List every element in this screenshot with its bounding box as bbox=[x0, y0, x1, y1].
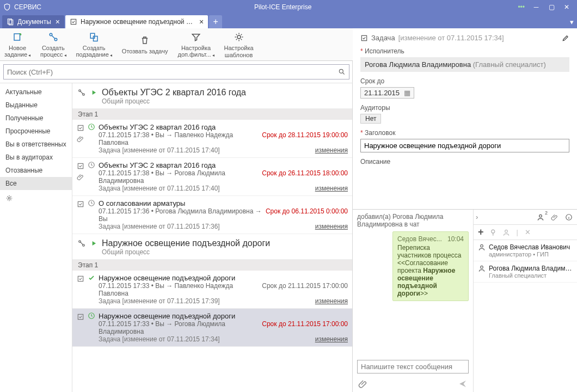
new-subtask-icon bbox=[88, 30, 101, 44]
tab-label: Документы bbox=[17, 18, 51, 26]
attach-icon[interactable] bbox=[358, 379, 368, 389]
changes-link[interactable]: изменения bbox=[315, 146, 348, 154]
sidebar-item-received[interactable]: Полученные bbox=[0, 112, 72, 125]
revoke-task-button[interactable]: Отозвать задачу bbox=[122, 34, 168, 54]
trash-icon bbox=[138, 34, 151, 47]
svg-point-11 bbox=[8, 197, 10, 199]
tab-strip: Документы × Наружное освещение подъездно… bbox=[0, 14, 577, 28]
status-icon bbox=[88, 123, 95, 154]
process-header[interactable]: Объекты УГЭС 2 квартал 2016 годаОбщий пр… bbox=[72, 83, 352, 109]
search-icon[interactable] bbox=[338, 68, 346, 76]
check-icon bbox=[77, 275, 84, 283]
connection-status-icon: ••• bbox=[518, 3, 525, 11]
tab-overflow-button[interactable]: ▾ bbox=[566, 15, 577, 28]
sidebar-item-auditor[interactable]: Вы в аудиторах bbox=[0, 151, 72, 164]
due-date-picker[interactable]: 21.11.2015 ▦ bbox=[360, 87, 414, 99]
sidebar-item-revoked[interactable]: Отозванные bbox=[0, 164, 72, 177]
task-row[interactable]: О согласовании арматуры07.11.2015 17:36 … bbox=[72, 196, 352, 234]
changes-link[interactable]: изменения bbox=[315, 223, 348, 230]
process-header[interactable]: Наружное освещение подъездной дорогиОбщи… bbox=[72, 234, 352, 260]
task-type-line: Задача [изменение от 07.11.2015 17:40] bbox=[99, 185, 220, 192]
maximize-button[interactable]: ▢ bbox=[544, 2, 558, 13]
documents-icon bbox=[7, 18, 14, 26]
calendar-icon: ▦ bbox=[404, 89, 410, 97]
minimize-button[interactable]: ─ bbox=[529, 2, 543, 13]
participant-role: Главный специалист bbox=[489, 272, 573, 279]
edit-icon[interactable] bbox=[562, 34, 569, 42]
task-title: Объекты УГЭС 2 квартал 2016 года bbox=[99, 161, 348, 169]
assignee-label: Исполнитель bbox=[360, 47, 569, 55]
task-list[interactable]: Объекты УГЭС 2 квартал 2016 годаОбщий пр… bbox=[72, 83, 352, 392]
svg-text:+: + bbox=[20, 32, 22, 37]
add-participant-icon[interactable]: + bbox=[478, 226, 484, 238]
chat-messages[interactable]: добавил(а) Рогова Людмила Владимировна в… bbox=[353, 210, 473, 357]
task-icon bbox=[360, 34, 368, 42]
play-icon bbox=[90, 240, 97, 247]
svg-point-26 bbox=[539, 215, 542, 217]
status-icon bbox=[88, 274, 95, 305]
task-deadline: Срок до 06.11.2015 0:00:00 bbox=[266, 207, 348, 223]
tab-task[interactable]: Наружное освещение подъездной дор... × bbox=[65, 15, 208, 28]
extra-filter-button[interactable]: Настройка доп.фильт...◂ bbox=[177, 30, 214, 58]
task-deadline: Срок до 28.11.2015 19:00:00 bbox=[262, 131, 348, 146]
play-icon bbox=[90, 89, 97, 96]
task-type-line: Задача [изменение от 07.11.2015 17:40] bbox=[99, 146, 220, 154]
expand-icon[interactable]: › bbox=[476, 213, 478, 221]
add-tab-button[interactable]: + bbox=[209, 15, 222, 28]
task-row[interactable]: Наружное освещение подъездной дороги07.1… bbox=[72, 309, 352, 347]
search-input[interactable] bbox=[7, 68, 338, 76]
process-title: Объекты УГЭС 2 квартал 2016 года bbox=[102, 88, 246, 97]
task-row[interactable]: Объекты УГЭС 2 квартал 2016 года07.11.20… bbox=[72, 158, 352, 196]
participant-row[interactable]: Седов Вячеслав Ивановичадминистратор • Г… bbox=[474, 240, 577, 261]
check-icon bbox=[77, 313, 84, 321]
user-icon bbox=[478, 243, 486, 258]
sidebar-item-overdue[interactable]: Просроченные bbox=[0, 125, 72, 138]
svg-point-29 bbox=[481, 244, 483, 247]
svg-point-10 bbox=[339, 69, 343, 73]
menu-service[interactable]: СЕРВИС bbox=[14, 3, 41, 11]
task-row[interactable]: Объекты УГЭС 2 квартал 2016 года07.11.20… bbox=[72, 120, 352, 158]
changes-link[interactable]: изменения bbox=[315, 185, 348, 192]
new-task-icon: + bbox=[11, 30, 24, 44]
send-icon[interactable] bbox=[458, 379, 468, 389]
participants-icon[interactable]: 2 bbox=[537, 213, 544, 221]
auditors-value[interactable]: Нет bbox=[360, 114, 381, 124]
participant-name: Рогова Людмила Владимиров bbox=[489, 265, 573, 272]
delete-participant-icon[interactable]: ✕ bbox=[525, 228, 531, 236]
info-icon[interactable] bbox=[565, 213, 573, 221]
title-input[interactable] bbox=[360, 139, 569, 152]
participant-row[interactable]: Рогова Людмила ВладимировГлавный специал… bbox=[474, 261, 577, 283]
task-title: О согласовании арматуры bbox=[99, 199, 348, 207]
status-icon bbox=[88, 312, 95, 343]
sidebar-settings-button[interactable] bbox=[0, 190, 72, 206]
close-icon[interactable]: × bbox=[56, 17, 60, 26]
svg-rect-2 bbox=[71, 19, 76, 24]
close-button[interactable]: ✕ bbox=[560, 2, 574, 13]
svg-rect-3 bbox=[14, 34, 20, 40]
chat-input[interactable] bbox=[357, 360, 469, 373]
process-title: Наружное освещение подъездной дороги bbox=[102, 238, 270, 248]
changes-link[interactable]: изменения bbox=[315, 297, 348, 305]
sidebar-item-responsible[interactable]: Вы в ответственных bbox=[0, 138, 72, 151]
due-label: Срок до bbox=[360, 77, 569, 85]
stage-header: Этап 1 bbox=[72, 109, 352, 120]
link-participant-icon[interactable]: ⚲ bbox=[490, 228, 496, 236]
new-subtask-button[interactable]: Создать подзадание◂ bbox=[76, 30, 112, 58]
task-meta: 07.11.2015 17:36 • Рогова Людмила Владим… bbox=[99, 207, 266, 223]
templates-button[interactable]: Настройка шаблонов bbox=[224, 30, 254, 58]
task-row[interactable]: Наружное освещение подъездной дороги07.1… bbox=[72, 271, 352, 309]
detail-change-ts: [изменение от 07.11.2015 17:34] bbox=[398, 34, 504, 42]
task-meta: 07.11.2015 17:38 • Вы → Павленко Надежда… bbox=[99, 131, 262, 146]
tab-documents[interactable]: Документы × bbox=[2, 15, 64, 28]
sidebar-item-actual[interactable]: Актуальные bbox=[0, 85, 72, 99]
new-task-button[interactable]: + Новое задание◂ bbox=[4, 30, 30, 58]
stage-header: Этап 1 bbox=[72, 260, 352, 271]
attach-list-icon[interactable] bbox=[551, 213, 558, 221]
svg-point-28 bbox=[505, 230, 507, 232]
sidebar-item-issued[interactable]: Выданные bbox=[0, 99, 72, 112]
remove-participant-icon[interactable] bbox=[502, 229, 510, 236]
close-icon[interactable]: × bbox=[199, 17, 204, 26]
new-process-button[interactable]: Создать процесс◂ bbox=[40, 30, 66, 58]
changes-link[interactable]: изменения bbox=[315, 335, 348, 343]
sidebar-item-all[interactable]: Все bbox=[0, 177, 72, 190]
